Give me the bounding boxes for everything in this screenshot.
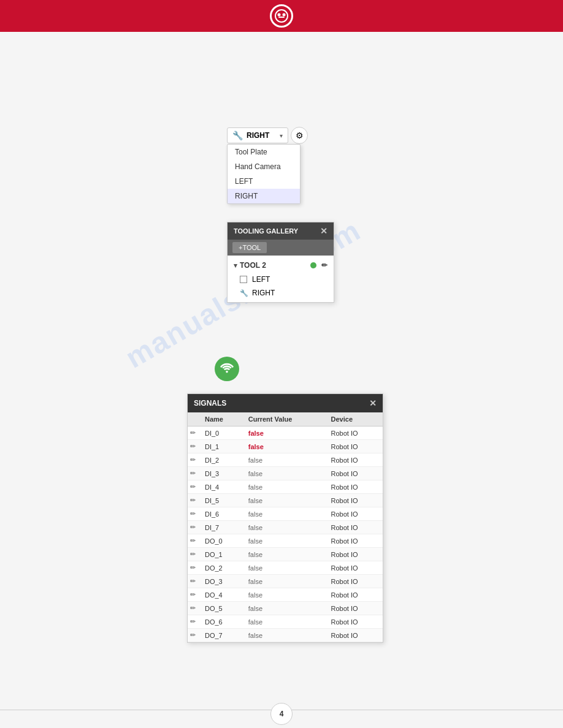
- signal-name: DO_4: [200, 588, 243, 602]
- edit-pencil-icon[interactable]: ✏: [190, 618, 196, 625]
- signal-device: Robot IO: [326, 615, 383, 629]
- signal-value: false: [243, 453, 326, 467]
- app-header: [0, 0, 563, 32]
- dropdown-option-hand-camera[interactable]: Hand Camera: [228, 159, 300, 174]
- tool-row-tool2: ▾ TOOL 2 ✏: [228, 258, 334, 273]
- col-value: Current Value: [243, 412, 326, 427]
- signal-name: DO_3: [200, 575, 243, 588]
- table-row: ✏DO_5falseRobot IO: [188, 602, 383, 615]
- right-tool-icon: 🔧: [240, 289, 248, 297]
- table-row: ✏DO_7falseRobot IO: [188, 629, 383, 642]
- tool-selector[interactable]: 🔧 RIGHT ▾: [227, 127, 288, 143]
- signal-device: Robot IO: [326, 629, 383, 642]
- tool2-edit-icon[interactable]: ✏: [321, 261, 327, 270]
- edit-cell: ✏: [188, 561, 200, 575]
- signal-name: DO_7: [200, 629, 243, 642]
- right-tool-name: RIGHT: [252, 289, 275, 297]
- table-row: ✏DO_6falseRobot IO: [188, 615, 383, 629]
- edit-pencil-icon[interactable]: ✏: [190, 483, 196, 490]
- signal-device: Robot IO: [326, 602, 383, 615]
- edit-cell: ✏: [188, 615, 200, 629]
- signal-device: Robot IO: [326, 548, 383, 561]
- signals-panel-header: SIGNALS ✕: [188, 394, 383, 412]
- signal-value: false: [243, 534, 326, 548]
- wifi-icon: [220, 362, 234, 376]
- expand-icon: ▾: [234, 262, 237, 270]
- dropdown-option-right[interactable]: RIGHT: [228, 189, 300, 203]
- edit-pencil-icon[interactable]: ✏: [190, 496, 196, 504]
- signal-device: Robot IO: [326, 521, 383, 534]
- edit-pencil-icon[interactable]: ✏: [190, 604, 196, 612]
- svg-point-2: [283, 13, 286, 17]
- signal-icon-container: [215, 357, 239, 381]
- signals-table-head: Name Current Value Device: [188, 412, 383, 427]
- edit-pencil-icon[interactable]: ✏: [190, 429, 196, 436]
- tool2-status-dot: [310, 262, 316, 268]
- signal-value: false: [243, 548, 326, 561]
- edit-pencil-icon[interactable]: ✏: [190, 550, 196, 558]
- edit-cell: ✏: [188, 480, 200, 494]
- signals-table-body: ✏DI_0falseRobot IO✏DI_1falseRobot IO✏DI_…: [188, 427, 383, 642]
- signal-name: DI_1: [200, 440, 243, 453]
- signal-name: DO_1: [200, 548, 243, 561]
- edit-pencil-icon[interactable]: ✏: [190, 523, 196, 531]
- signal-device: Robot IO: [326, 561, 383, 575]
- left-checkbox[interactable]: [240, 276, 247, 283]
- signal-device: Robot IO: [326, 453, 383, 467]
- signal-value: false: [243, 521, 326, 534]
- dropdown-option-tool-plate[interactable]: Tool Plate: [228, 145, 300, 159]
- main-content: manualshlve.com 🔧 RIGHT ▾ ⚙ Tool Plate H…: [0, 32, 563, 56]
- table-row: ✏DO_2falseRobot IO: [188, 561, 383, 575]
- edit-cell: ✏: [188, 427, 200, 440]
- logo-icon: [274, 9, 289, 23]
- dropdown-menu: Tool Plate Hand Camera LEFT RIGHT: [227, 144, 301, 204]
- edit-pencil-icon[interactable]: ✏: [190, 510, 196, 517]
- signals-table-header-row: Name Current Value Device: [188, 412, 383, 427]
- signal-device: Robot IO: [326, 480, 383, 494]
- signal-button[interactable]: [215, 357, 239, 381]
- tooling-gallery-panel: TOOLING GALLERY ✕ +TOOL ▾ TOOL 2 ✏ LEFT …: [227, 222, 334, 303]
- signal-value: false: [243, 629, 326, 642]
- page-footer: 4: [0, 710, 563, 728]
- edit-pencil-icon[interactable]: ✏: [190, 456, 196, 463]
- signal-value: false: [243, 467, 326, 480]
- signal-name: DI_7: [200, 521, 243, 534]
- edit-cell: ✏: [188, 507, 200, 521]
- chevron-down-icon: ▾: [280, 132, 283, 139]
- edit-pencil-icon[interactable]: ✏: [190, 564, 196, 571]
- table-row: ✏DI_3falseRobot IO: [188, 467, 383, 480]
- svg-point-1: [278, 13, 281, 17]
- signal-device: Robot IO: [326, 588, 383, 602]
- edit-pencil-icon[interactable]: ✏: [190, 469, 196, 477]
- signals-title: SIGNALS: [194, 399, 226, 408]
- svg-point-0: [275, 10, 288, 22]
- dropdown-option-left[interactable]: LEFT: [228, 174, 300, 189]
- signal-value: false: [243, 561, 326, 575]
- tooling-gallery-close-button[interactable]: ✕: [320, 226, 327, 236]
- signal-name: DO_0: [200, 534, 243, 548]
- col-device: Device: [326, 412, 383, 427]
- tool-selector-value: RIGHT: [247, 131, 275, 140]
- signal-device: Robot IO: [326, 507, 383, 521]
- edit-cell: ✏: [188, 521, 200, 534]
- edit-pencil-icon[interactable]: ✏: [190, 442, 196, 450]
- edit-cell: ✏: [188, 534, 200, 548]
- edit-pencil-icon[interactable]: ✏: [190, 537, 196, 544]
- signal-name: DI_2: [200, 453, 243, 467]
- signal-name: DI_4: [200, 480, 243, 494]
- table-row: ✏DO_4falseRobot IO: [188, 588, 383, 602]
- add-tool-button[interactable]: +TOOL: [232, 242, 267, 253]
- edit-pencil-icon[interactable]: ✏: [190, 591, 196, 598]
- edit-cell: ✏: [188, 494, 200, 507]
- settings-button[interactable]: ⚙: [291, 127, 308, 144]
- table-row: ✏DO_0falseRobot IO: [188, 534, 383, 548]
- signals-close-button[interactable]: ✕: [369, 398, 377, 408]
- edit-pencil-icon[interactable]: ✏: [190, 577, 196, 585]
- table-row: ✏DI_7falseRobot IO: [188, 521, 383, 534]
- signal-device: Robot IO: [326, 534, 383, 548]
- signal-name: DO_6: [200, 615, 243, 629]
- edit-pencil-icon[interactable]: ✏: [190, 631, 196, 639]
- tool2-name: TOOL 2: [240, 261, 310, 270]
- table-row: ✏DI_0falseRobot IO: [188, 427, 383, 440]
- signal-name: DI_5: [200, 494, 243, 507]
